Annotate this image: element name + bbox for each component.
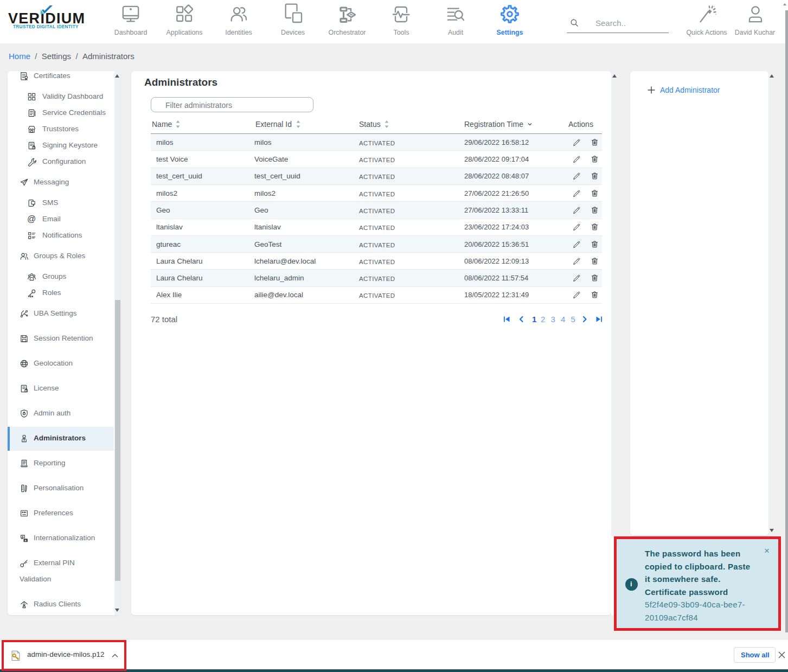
svg-text:A: A xyxy=(22,535,23,537)
svg-text:A: A xyxy=(24,539,26,541)
